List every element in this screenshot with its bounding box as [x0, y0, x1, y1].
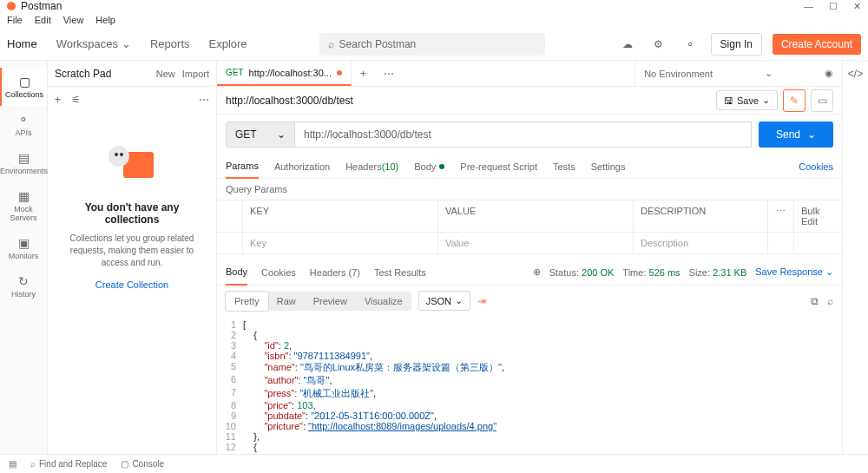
chevron-down-icon: ⌄ — [455, 295, 463, 306]
time-label: Time: 526 ms — [622, 267, 680, 278]
request-url-display: http://localhost:3000/db/test — [226, 95, 353, 107]
tab-params[interactable]: Params — [226, 155, 259, 179]
body-dot-icon — [439, 164, 444, 169]
signin-button[interactable]: Sign In — [711, 33, 762, 56]
filter-icon[interactable]: ⚟ — [71, 94, 81, 106]
save-response-link[interactable]: Save Response ⌄ — [755, 266, 833, 278]
sidebar-item-environments[interactable]: ▤Environments — [0, 144, 47, 182]
nav-workspaces[interactable]: Workspaces ⌄ — [56, 37, 131, 50]
menu-edit[interactable]: Edit — [35, 15, 51, 25]
search-icon: ⌕ — [328, 38, 334, 50]
add-tab-icon[interactable]: + — [352, 68, 375, 80]
send-button[interactable]: Send⌄ — [759, 122, 833, 148]
app-title: Postman — [21, 0, 62, 12]
empty-illustration — [97, 130, 167, 191]
description-input[interactable]: Description — [634, 233, 768, 253]
apis-icon: ⚬ — [0, 113, 47, 127]
bulk-edit-link[interactable]: Bulk Edit — [794, 200, 842, 232]
nav-reports[interactable]: Reports — [150, 37, 190, 50]
sidebar-item-apis[interactable]: ⚬APIs — [0, 106, 47, 144]
sidebar-item-history[interactable]: ↻History — [0, 267, 47, 305]
close-icon[interactable]: ✕ — [853, 1, 861, 12]
settings-icon[interactable]: ⚬ — [680, 34, 700, 55]
console-button[interactable]: ▢ Console — [121, 459, 164, 469]
status-label: Status: 200 OK — [549, 267, 615, 278]
sidebar-item-mock-servers[interactable]: ▦Mock Servers — [0, 182, 47, 229]
col-key: KEY — [243, 200, 438, 232]
tab-options-icon[interactable]: ⋯ — [375, 68, 403, 80]
nav-explore[interactable]: Explore — [209, 37, 247, 50]
url-input[interactable] — [295, 122, 752, 148]
resp-tab-tests[interactable]: Test Results — [374, 267, 426, 278]
find-replace-button[interactable]: ⌕ Find and Replace — [30, 459, 107, 469]
resp-tab-cookies[interactable]: Cookies — [261, 267, 296, 278]
chevron-down-icon: ⌄ — [277, 128, 286, 141]
empty-text: Collections let you group related reques… — [56, 233, 207, 269]
resp-tab-headers[interactable]: Headers (7) — [310, 267, 360, 278]
tab-prerequest[interactable]: Pre-request Script — [460, 154, 537, 178]
search-input[interactable]: ⌕ Search Postman — [319, 33, 545, 56]
save-button[interactable]: 🖫Save ⌄ — [716, 90, 778, 110]
method-select[interactable]: GET⌄ — [226, 122, 295, 148]
chevron-down-icon: ⌄ — [122, 37, 131, 50]
network-icon[interactable]: ⊕ — [533, 266, 541, 278]
response-body[interactable]: 1[2 {3 "id": 2,4 "isbn": "9787111384991"… — [217, 316, 842, 454]
format-select[interactable]: JSON ⌄ — [418, 291, 470, 311]
create-collection-link[interactable]: Create Collection — [95, 279, 168, 290]
chevron-down-icon: ⌄ — [807, 128, 816, 141]
key-input[interactable]: Key — [243, 233, 438, 253]
svg-point-1 — [108, 146, 129, 167]
menu-help[interactable]: Help — [95, 15, 115, 25]
maximize-icon[interactable]: ☐ — [829, 1, 838, 12]
col-value: VALUE — [438, 200, 634, 232]
tab-authorization[interactable]: Authorization — [274, 154, 330, 178]
unsaved-dot-icon — [337, 70, 342, 76]
add-icon[interactable]: + — [55, 94, 61, 106]
sidebar-item-monitors[interactable]: ▣Monitors — [0, 229, 47, 267]
create-account-button[interactable]: Create Account — [773, 34, 861, 55]
more-icon[interactable]: ⋯ — [768, 200, 794, 232]
capture-icon[interactable]: ⚙ — [648, 34, 669, 55]
cookies-link[interactable]: Cookies — [799, 161, 833, 172]
sidebar-toggle-icon[interactable]: ▤ — [9, 459, 16, 469]
view-raw[interactable]: Raw — [268, 292, 305, 311]
more-icon[interactable]: ⋯ — [199, 94, 209, 106]
comment-icon[interactable]: ▭ — [811, 89, 833, 112]
code-icon[interactable]: </> — [848, 68, 863, 80]
eye-icon[interactable]: ◉ — [825, 68, 833, 79]
view-visualize[interactable]: Visualize — [356, 292, 411, 311]
minimize-icon[interactable]: — — [804, 1, 813, 12]
app-logo — [7, 2, 16, 10]
menu-file[interactable]: File — [7, 15, 23, 25]
wrap-icon[interactable]: ⇥ — [477, 295, 486, 307]
import-button[interactable]: Import — [182, 69, 209, 79]
nav-home[interactable]: Home — [7, 37, 37, 50]
size-label: Size: 2.31 KB — [689, 267, 747, 278]
value-input[interactable]: Value — [438, 233, 634, 253]
new-button[interactable]: New — [156, 69, 175, 79]
tab-body[interactable]: Body — [414, 154, 444, 178]
mock-servers-icon: ▦ — [0, 189, 47, 203]
environment-select[interactable]: No Environment — [644, 69, 713, 79]
menubar: File Edit View Help — [0, 12, 868, 28]
search-response-icon[interactable]: ⌕ — [827, 295, 833, 307]
tab-method: GET — [226, 68, 244, 77]
view-pretty[interactable]: Pretty — [226, 292, 268, 311]
params-table: KEY VALUE DESCRIPTION ⋯ Bulk Edit Key Va… — [217, 200, 842, 254]
edit-icon[interactable]: ✎ — [783, 89, 806, 112]
sidebar-item-collections[interactable]: ▢Collections — [0, 68, 47, 106]
history-icon: ↻ — [0, 274, 47, 288]
environments-icon: ▤ — [0, 151, 47, 165]
resp-tab-body[interactable]: Body — [226, 260, 247, 286]
request-tab[interactable]: GET http://localhost:30... — [217, 61, 352, 86]
chevron-down-icon: ⌄ — [765, 68, 773, 79]
tab-headers[interactable]: Headers (10) — [345, 154, 398, 178]
menu-view[interactable]: View — [63, 15, 84, 25]
tab-tests[interactable]: Tests — [553, 154, 575, 178]
copy-icon[interactable]: ⧉ — [811, 295, 819, 307]
view-preview[interactable]: Preview — [305, 292, 356, 311]
chevron-down-icon: ⌄ — [762, 95, 770, 106]
tab-settings[interactable]: Settings — [591, 154, 626, 178]
query-params-label: Query Params — [217, 179, 842, 200]
sync-icon[interactable]: ☁ — [617, 34, 638, 55]
